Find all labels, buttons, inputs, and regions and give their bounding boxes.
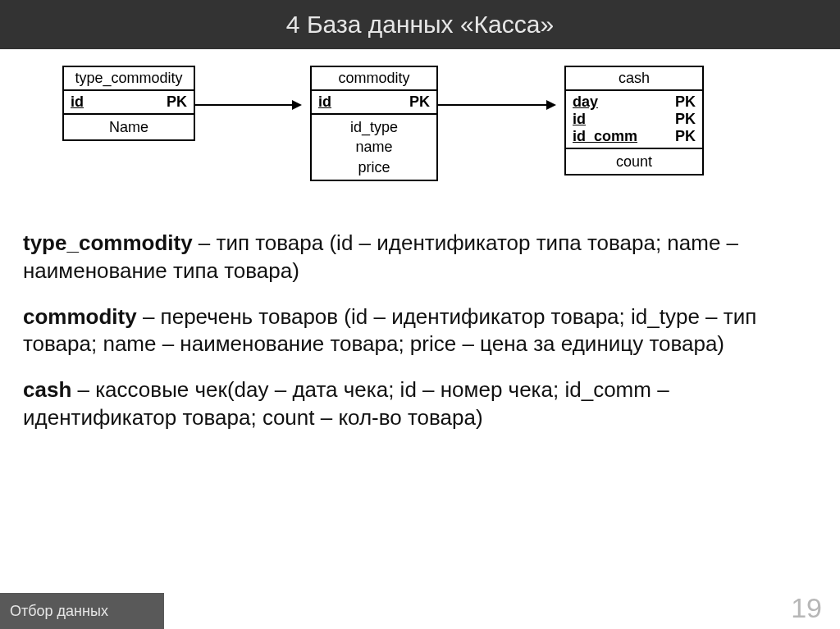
table-fields: id_typenameprice (312, 115, 436, 180)
desc-term: commodity (23, 304, 137, 329)
footer: Отбор данных 19 (0, 584, 840, 629)
er-diagram: type_commodity id PK Name commodity id P… (0, 57, 840, 221)
key-field: id (318, 93, 331, 111)
table-fields: Name (64, 115, 194, 139)
table-name: commodity (312, 67, 436, 91)
desc-term: cash (23, 377, 71, 402)
table-name: cash (566, 67, 702, 91)
key-row: id PK (318, 93, 430, 111)
table-name: type_commodity (64, 67, 194, 91)
footer-label: Отбор данных (0, 593, 164, 629)
desc-term: type_commodity (23, 230, 193, 255)
key-row: id PK (71, 93, 187, 111)
description-block: type_commodity – тип товара (id – иденти… (0, 221, 840, 432)
key-row: day PK (573, 93, 696, 111)
key-row: id PK (573, 111, 696, 128)
table-keys: id PK (312, 91, 436, 115)
key-tag: PK (675, 111, 696, 128)
relation-arrow (438, 104, 555, 106)
table-fields: count (566, 149, 702, 174)
table-cash: cash day PK id PK id_comm PK count (564, 66, 704, 175)
key-field: day (573, 93, 598, 111)
key-tag: PK (675, 93, 696, 111)
desc-commodity: commodity – перечень товаров (id – идент… (23, 303, 817, 359)
desc-cash: cash – кассовые чек(day – дата чека; id … (23, 376, 817, 432)
key-tag: PK (409, 93, 430, 111)
key-field: id (573, 111, 586, 128)
table-commodity: commodity id PK id_typenameprice (310, 66, 438, 181)
desc-text: – кассовые чек(day – дата чека; id – ном… (23, 377, 669, 430)
key-row: id_comm PK (573, 128, 696, 145)
key-field: id_comm (573, 128, 637, 145)
table-type-commodity: type_commodity id PK Name (62, 66, 195, 141)
key-tag: PK (167, 93, 187, 111)
table-keys: id PK (64, 91, 194, 115)
key-field: id (71, 93, 84, 111)
slide-title: 4 База данных «Касса» (0, 0, 840, 49)
relation-arrow (195, 104, 300, 106)
table-keys: day PK id PK id_comm PK (566, 91, 702, 149)
key-tag: PK (675, 128, 696, 145)
desc-type-commodity: type_commodity – тип товара (id – иденти… (23, 230, 817, 285)
page-number: 19 (791, 592, 822, 624)
slide-title-text: 4 База данных «Касса» (286, 11, 554, 39)
